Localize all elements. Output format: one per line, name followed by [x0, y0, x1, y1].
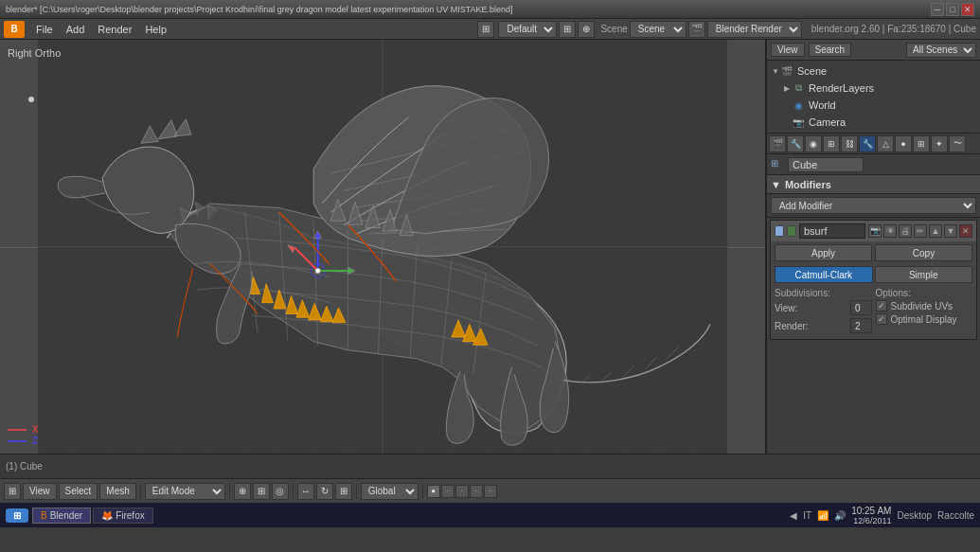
renderlayers-label: RenderLayers: [809, 82, 874, 94]
snap-icon[interactable]: ⊕: [578, 21, 595, 38]
object-props-icon[interactable]: ⊞: [823, 135, 840, 152]
viewport-3d[interactable]: Right Ortho X Z: [0, 40, 767, 454]
subdivide-uvs-checkbox[interactable]: ✓: [876, 300, 887, 312]
start-button[interactable]: ⊞: [6, 508, 28, 523]
volume-icon: 🔊: [834, 510, 846, 521]
select-menu-btn[interactable]: Select: [59, 483, 98, 500]
layout-select[interactable]: Default: [498, 21, 557, 38]
scale-icon[interactable]: ⊞: [335, 483, 352, 500]
modifier-props-icon[interactable]: 🔧: [859, 135, 876, 152]
modifier-settings: Subdivisions: View: 0 Render: 2 Opti: [771, 285, 976, 339]
menu-help[interactable]: Help: [139, 22, 172, 37]
maximize-button[interactable]: □: [946, 3, 959, 16]
mod-expand-icon[interactable]: ▲: [929, 224, 942, 238]
modifier-bsurf-header: 📷 👁 🖨 ✏ ▲ ▼ ✕: [771, 221, 976, 241]
modifier-render-toggle[interactable]: [787, 225, 796, 237]
simple-tab[interactable]: Simple: [875, 266, 973, 283]
mod-camera-icon[interactable]: 📷: [868, 224, 882, 238]
material-props-icon[interactable]: ●: [895, 135, 912, 152]
title-bar: blender* [C:\Users\roger\Desktop\blender…: [0, 0, 980, 19]
status-bar: (1) Cube: [0, 454, 980, 478]
search-button[interactable]: Search: [809, 43, 852, 57]
raccolte-label[interactable]: Raccolte: [937, 510, 974, 521]
layer-4[interactable]: ·: [470, 485, 483, 498]
tree-item-camera[interactable]: 📷 Camera: [767, 114, 980, 131]
firefox-icon: 🦊: [101, 510, 113, 521]
mode-select[interactable]: Edit Mode Object Mode: [145, 483, 225, 500]
svg-point-49: [315, 268, 320, 273]
all-scenes-select[interactable]: All Scenes: [906, 43, 976, 58]
modifier-visibility-toggle[interactable]: [775, 225, 784, 237]
add-modifier-select[interactable]: Add Modifier: [771, 197, 976, 214]
taskbar: B Blender 🦊 Firefox: [32, 507, 790, 524]
render-value[interactable]: 2: [850, 318, 872, 333]
firefox-taskbar-item[interactable]: 🦊 Firefox: [93, 507, 153, 524]
layer-3[interactable]: ·: [455, 485, 469, 498]
tree-item-world[interactable]: ◉ World: [767, 97, 980, 114]
render-engine-select[interactable]: Blender Render: [707, 21, 802, 38]
layer-1[interactable]: ●: [427, 485, 440, 498]
desktop-label[interactable]: Desktop: [897, 510, 932, 521]
scene-tree: ▼ 🎬 Scene ▶ ⧉ RenderLayers ◉ World 📷 Ca: [767, 61, 980, 134]
menu-add[interactable]: Add: [61, 22, 91, 37]
mod-realtime-icon[interactable]: 👁: [883, 224, 897, 238]
move-icon[interactable]: ↔: [297, 483, 314, 500]
proportional-icon[interactable]: ◎: [272, 483, 289, 500]
pivot-icon[interactable]: ⊕: [234, 483, 251, 500]
expand-tray-icon[interactable]: ◀: [790, 510, 797, 521]
view-value[interactable]: 0: [850, 300, 872, 315]
blender-taskbar-item[interactable]: B Blender: [32, 507, 91, 524]
copy-button[interactable]: Copy: [875, 244, 972, 261]
toolbar-separator-2: [229, 484, 230, 499]
layer-2[interactable]: ·: [441, 485, 454, 498]
menu-bar: B File Add Render Help ⊞ Default ⊞ ⊕ Sce…: [0, 19, 980, 40]
mesh-menu-btn[interactable]: Mesh: [99, 483, 135, 500]
physics-icon[interactable]: 〜: [949, 135, 966, 152]
catmull-clark-tab[interactable]: Catmull-Clark: [775, 266, 873, 283]
minimize-button[interactable]: ─: [931, 3, 944, 16]
axis-indicator: X Z: [8, 424, 39, 446]
object-row: ⊞: [767, 154, 980, 175]
layout-icon[interactable]: ⊞: [559, 21, 576, 38]
object-name-input[interactable]: [788, 157, 864, 172]
mod-delete-icon[interactable]: ✕: [959, 224, 972, 238]
menu-file[interactable]: File: [30, 22, 59, 37]
mod-collapse-icon[interactable]: ▼: [944, 224, 957, 238]
rotate-icon[interactable]: ↻: [316, 483, 333, 500]
constraints-icon[interactable]: ⛓: [841, 135, 858, 152]
view-button[interactable]: View: [771, 43, 805, 57]
render-props-icon[interactable]: 🎬: [769, 135, 786, 152]
keyboard-layout: IT: [803, 510, 811, 521]
render-row: Render: 2: [775, 318, 872, 333]
close-button[interactable]: ✕: [961, 3, 974, 16]
scene-props-icon[interactable]: 🔧: [787, 135, 804, 152]
particles-icon[interactable]: ✦: [931, 135, 948, 152]
snap-btn[interactable]: ⊞: [253, 483, 270, 500]
modifiers-panel: ▼ Modifiers Add Modifier 📷 👁 �: [767, 175, 980, 454]
tree-arrow-scene: ▼: [771, 66, 780, 76]
world-props-icon[interactable]: ◉: [805, 135, 822, 152]
view-menu-btn[interactable]: View: [23, 483, 57, 500]
transform-orientation-select[interactable]: Global Local Normal: [361, 483, 419, 500]
modifiers-header: ▼ Modifiers: [767, 175, 980, 194]
layer-5[interactable]: ·: [484, 485, 497, 498]
data-props-icon[interactable]: △: [877, 135, 894, 152]
menu-render[interactable]: Render: [92, 22, 137, 37]
texture-props-icon[interactable]: ⊞: [913, 135, 930, 152]
tree-item-renderlayers[interactable]: ▶ ⧉ RenderLayers: [767, 80, 980, 97]
mod-edit-icon[interactable]: ✏: [914, 224, 927, 238]
scene-icon[interactable]: 🎬: [688, 21, 705, 38]
blender-label: Blender: [50, 510, 82, 521]
options-title: Options:: [876, 288, 973, 298]
optimal-display-checkbox[interactable]: ✓: [876, 313, 887, 325]
editor-type-icon[interactable]: ⊞: [4, 483, 21, 500]
optimal-display-row: ✓ Optimal Display: [876, 313, 973, 325]
editor-type-button[interactable]: ⊞: [477, 21, 494, 38]
tree-item-scene[interactable]: ▼ 🎬 Scene: [767, 62, 980, 80]
mod-render-icon[interactable]: 🖨: [899, 224, 912, 238]
apply-button[interactable]: Apply: [775, 244, 872, 261]
modifiers-title: Modifiers: [785, 179, 831, 190]
scene-select[interactable]: Scene: [630, 21, 686, 38]
camera-icon: 📷: [792, 116, 805, 129]
modifier-name-input[interactable]: [799, 223, 865, 239]
